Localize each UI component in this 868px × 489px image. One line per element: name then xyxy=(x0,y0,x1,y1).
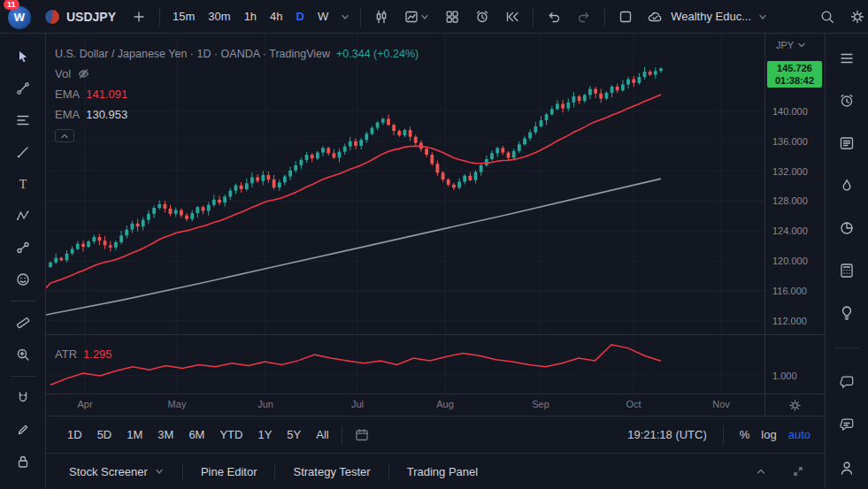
fib-retracement-tool-button[interactable] xyxy=(6,105,40,135)
measure-tool-button[interactable] xyxy=(6,308,40,338)
range-1d[interactable]: 1D xyxy=(60,424,89,446)
range-6m[interactable]: 6M xyxy=(181,424,211,446)
symbol-legend-row[interactable]: U.S. Dollar / Japanese Yen · 1D · OANDA … xyxy=(55,43,419,64)
hotlists-button[interactable] xyxy=(833,172,861,200)
tab-stock-screener[interactable]: Stock Screener xyxy=(51,454,182,489)
interval-30m[interactable]: 30m xyxy=(202,5,236,27)
axis-settings-corner[interactable] xyxy=(765,393,825,416)
select-layout-button[interactable] xyxy=(611,3,640,31)
ema-fast-legend-row[interactable]: EMA 141.091 xyxy=(55,84,419,104)
volume-legend-row[interactable]: Vol xyxy=(55,64,419,84)
redo-button[interactable] xyxy=(570,3,598,31)
range-3m[interactable]: 3M xyxy=(150,424,181,446)
chart-properties-button[interactable] xyxy=(843,3,868,31)
atr-value: 1.295 xyxy=(83,348,112,361)
go-to-date-button[interactable] xyxy=(348,421,376,449)
undo-button[interactable] xyxy=(540,3,568,31)
range-ytd[interactable]: YTD xyxy=(212,424,250,446)
tab-trading-panel[interactable]: Trading Panel xyxy=(389,454,495,489)
ideas-stream-button[interactable] xyxy=(833,214,861,242)
brush-icon xyxy=(15,144,31,160)
xabcd-pattern-icon xyxy=(15,208,31,224)
range-5y[interactable]: 5Y xyxy=(280,424,308,446)
ema-slow-value: 130.953 xyxy=(86,108,127,121)
maximize-panel-button[interactable] xyxy=(784,457,812,485)
data-window-button[interactable] xyxy=(833,256,861,285)
alerts-button[interactable] xyxy=(833,87,861,115)
percent-scale-button[interactable]: % xyxy=(740,428,750,441)
indicators-button[interactable] xyxy=(397,3,436,31)
interval-menu-button[interactable] xyxy=(336,3,354,31)
indicator-templates-button[interactable] xyxy=(438,3,466,31)
private-chat-button[interactable] xyxy=(833,411,861,439)
atr-pane[interactable]: ATR 1.295 xyxy=(46,334,764,393)
bar-replay-button[interactable] xyxy=(498,3,526,31)
community-button[interactable] xyxy=(833,454,861,482)
volume-label: Vol xyxy=(55,67,71,80)
currency-toggle[interactable]: JPY xyxy=(776,40,806,50)
ideas-button[interactable] xyxy=(833,299,861,327)
trend-line-icon xyxy=(15,80,31,96)
interval-1h[interactable]: 1h xyxy=(238,5,263,27)
price-scale[interactable]: JPY 145.726 01:38:42 140.000136.000132.0… xyxy=(765,34,825,334)
chart-style-button[interactable] xyxy=(367,3,396,31)
save-layout-button[interactable]: Wealthy Educ... xyxy=(641,4,773,29)
open-panel-button[interactable] xyxy=(747,457,775,485)
magnet-tool-button[interactable] xyxy=(6,383,40,413)
range-1m[interactable]: 1M xyxy=(119,424,150,446)
drawing-mode-button[interactable] xyxy=(6,415,40,445)
emoji-tool-button[interactable] xyxy=(6,264,40,294)
atr-scale[interactable]: 1.000 xyxy=(765,334,825,393)
plus-icon xyxy=(131,9,147,25)
symbol-search-button[interactable]: USDJPY xyxy=(37,4,123,29)
quick-search-button[interactable] xyxy=(813,3,841,31)
chat-button[interactable] xyxy=(833,369,861,397)
log-scale-button[interactable]: log xyxy=(761,428,776,441)
maximize-icon xyxy=(792,465,804,478)
prediction-tool-button[interactable] xyxy=(6,233,40,263)
atr-legend-row[interactable]: ATR 1.295 xyxy=(55,348,112,361)
brush-tool-button[interactable] xyxy=(6,137,40,167)
pattern-tool-button[interactable] xyxy=(6,201,40,231)
zoom-tool-button[interactable] xyxy=(6,340,40,370)
interval-group: 15m30m1h4hDW xyxy=(166,5,334,27)
interval-15m[interactable]: 15m xyxy=(166,5,201,27)
account-menu-button[interactable]: 11 W xyxy=(5,3,34,31)
auto-scale-button[interactable]: auto xyxy=(788,428,810,441)
atr-chart[interactable] xyxy=(46,335,764,393)
watchlist-button[interactable] xyxy=(833,44,861,73)
interval-d[interactable]: D xyxy=(290,5,311,27)
axis-controls: 19:21:18 (UTC) % log auto xyxy=(627,425,810,445)
range-5d[interactable]: 5D xyxy=(90,424,119,446)
eye-slash-icon[interactable] xyxy=(77,67,90,80)
ema-slow-label: EMA xyxy=(55,108,80,121)
text-tool-button[interactable]: T xyxy=(6,169,40,199)
month-label-apr: Apr xyxy=(77,399,92,409)
chevron-down-icon xyxy=(154,466,165,477)
comments-icon xyxy=(838,416,856,434)
collapse-legend-button[interactable] xyxy=(55,129,74,142)
notification-badge: 11 xyxy=(4,0,19,10)
interval-4h[interactable]: 4h xyxy=(264,5,288,27)
time-axis[interactable]: AprMayJunJulAugSepOctNov xyxy=(46,393,764,416)
chevron-down-icon xyxy=(797,41,806,50)
cursor-tool-button[interactable] xyxy=(6,42,40,72)
interval-w[interactable]: W xyxy=(311,5,334,27)
news-button[interactable] xyxy=(833,129,861,157)
watchlist-icon xyxy=(838,50,856,67)
settings-gear-icon xyxy=(849,9,865,25)
lock-drawings-button[interactable] xyxy=(6,447,40,477)
last-price-badge[interactable]: 145.726 01:38:42 xyxy=(767,61,822,88)
tab-strategy-tester[interactable]: Strategy Tester xyxy=(275,454,388,489)
compare-add-button[interactable] xyxy=(125,3,153,31)
utc-clock[interactable]: 19:21:18 (UTC) xyxy=(627,428,707,441)
price-pane[interactable]: U.S. Dollar / Japanese Yen · 1D · OANDA … xyxy=(46,34,764,334)
trend-line-tool-button[interactable] xyxy=(6,73,40,103)
range-all[interactable]: All xyxy=(309,424,335,446)
range-1y[interactable]: 1Y xyxy=(250,424,279,446)
tab-pine-editor[interactable]: Pine Editor xyxy=(183,454,275,489)
cursor-icon xyxy=(15,49,31,65)
create-alert-button[interactable] xyxy=(468,3,496,31)
ema-slow-legend-row[interactable]: EMA 130.953 xyxy=(55,104,419,125)
undo-icon xyxy=(546,9,562,25)
